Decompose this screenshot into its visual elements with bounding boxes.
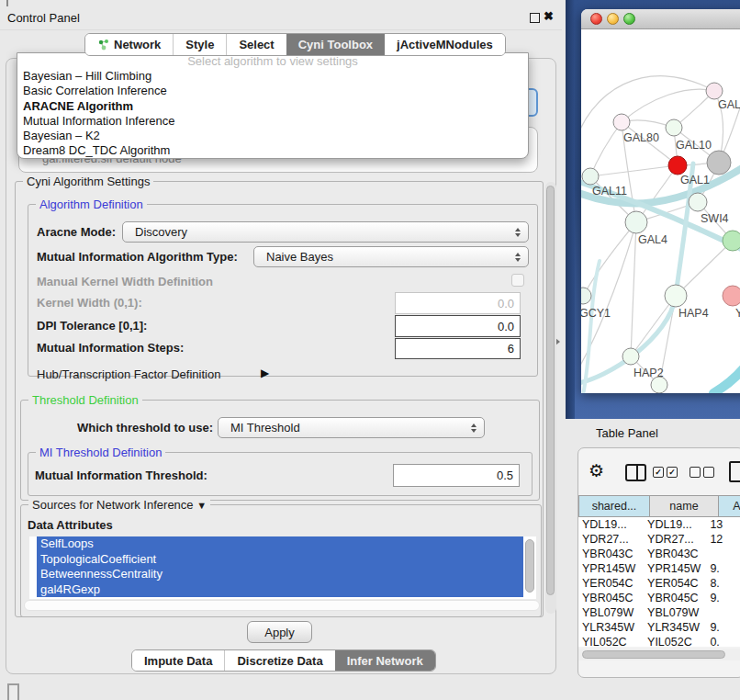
- network-node-gal1[interactable]: [668, 156, 687, 175]
- table-row[interactable]: YBL079WYBL079W: [578, 605, 740, 620]
- data-attributes-list[interactable]: SelfLoopsTopologicalCoefficientBetweenne…: [29, 536, 536, 599]
- horizontal-scrollbar[interactable]: [24, 600, 540, 611]
- tab-jactivemnodules[interactable]: jActiveMNodules: [385, 34, 505, 55]
- table-row[interactable]: YIL052CYIL052C0.: [578, 635, 740, 647]
- table-hscrollbar-thumb[interactable]: [582, 650, 725, 659]
- which-threshold-combo[interactable]: MI Threshold: [218, 417, 485, 438]
- node-label: SWI4: [701, 212, 729, 225]
- table-row[interactable]: YLR345WYLR345W9.: [578, 620, 740, 635]
- close-panel-icon[interactable]: ✖: [544, 9, 554, 23]
- table-cell: YDR27...: [578, 532, 644, 547]
- tab-impute-data[interactable]: Impute Data: [132, 650, 224, 672]
- hub-section-label[interactable]: Hub/Transcription Factor Definition: [37, 367, 220, 381]
- network-window-titlebar[interactable]: [581, 9, 740, 29]
- attribute-item[interactable]: BetweennessCentrality: [37, 567, 523, 582]
- select-all-checkbox-icon[interactable]: ✓: [653, 467, 664, 478]
- title-divider: [0, 29, 562, 30]
- mi-threshold-field[interactable]: 0.5: [393, 464, 520, 487]
- table-row[interactable]: YBR045CYBR045C9.: [578, 591, 740, 605]
- table-cell: 13: [706, 517, 740, 532]
- algorithm-option[interactable]: Bayesian – Hill Climbing: [17, 69, 528, 84]
- deselect-all-checkbox-icon[interactable]: [703, 467, 714, 478]
- table-row[interactable]: YPR145WYPR145W9.: [578, 561, 740, 576]
- network-node-hap2[interactable]: [622, 348, 639, 365]
- dpi-tolerance-field[interactable]: 0.0: [395, 315, 521, 337]
- float-panel-icon[interactable]: [530, 13, 540, 23]
- network-node[interactable]: [707, 151, 731, 175]
- network-edge[interactable]: [590, 165, 678, 176]
- network-node-gal11[interactable]: [582, 168, 599, 185]
- settings-scrollbar-thumb[interactable]: [546, 186, 555, 595]
- tab-infer-network[interactable]: Infer Network: [335, 650, 435, 672]
- table-row[interactable]: YDR27...YDR27...12: [578, 532, 740, 547]
- network-node-gal[interactable]: [706, 83, 723, 99]
- attribute-item[interactable]: gal4RGexp: [37, 582, 523, 598]
- select-all-checkbox-icon[interactable]: ✓: [667, 467, 678, 478]
- table-cell: YDL19...: [578, 517, 644, 532]
- algorithm-option[interactable]: Dream8 DC_TDC Algorithm: [17, 143, 528, 158]
- close-window-icon[interactable]: [590, 13, 602, 25]
- new-table-icon[interactable]: [729, 461, 740, 482]
- network-node[interactable]: [723, 231, 740, 251]
- table-cell: YBL079W: [578, 605, 644, 620]
- algorithm-option[interactable]: Mutual Information Inference: [17, 114, 528, 129]
- column-header[interactable]: A: [719, 495, 740, 517]
- tab-cyni-toolbox[interactable]: Cyni Toolbox: [286, 34, 385, 55]
- mi-steps-field[interactable]: 6: [395, 338, 521, 359]
- manual-kernel-width-checkbox[interactable]: [511, 274, 524, 287]
- zoom-window-icon[interactable]: [623, 13, 635, 25]
- network-node-gal10[interactable]: [666, 119, 682, 136]
- network-edge-highlighted[interactable]: [583, 261, 600, 393]
- panel-grip-icon[interactable]: [7, 683, 19, 700]
- tab-network[interactable]: Network: [85, 34, 173, 55]
- network-node-gcy1[interactable]: [581, 288, 591, 304]
- attributes-scrollbar-thumb[interactable]: [525, 539, 534, 593]
- mi-algorithm-type-combo[interactable]: Naive Bayes: [253, 246, 529, 267]
- network-edge[interactable]: [631, 222, 636, 356]
- algorithm-option[interactable]: ARACNE Algorithm: [17, 99, 528, 114]
- table-hscrollbar[interactable]: [578, 649, 740, 660]
- algorithm-option[interactable]: Bayesian – K2: [17, 129, 528, 143]
- network-edge[interactable]: [590, 122, 622, 176]
- node-label: HAP2: [633, 367, 664, 379]
- algorithm-option[interactable]: Basic Correlation Inference: [17, 84, 528, 98]
- minimize-window-icon[interactable]: [607, 13, 619, 25]
- network-node-gal80[interactable]: [613, 114, 630, 130]
- algorithm-dropdown-items: Bayesian – Hill ClimbingBasic Correlatio…: [17, 69, 528, 159]
- network-canvas[interactable]: GALGAL80GAL10GAL1GAL11GAL4SWI4GCY1HAP4YH…: [581, 29, 740, 393]
- network-edge[interactable]: [622, 89, 714, 122]
- split-columns-icon[interactable]: [625, 464, 646, 481]
- tab-select[interactable]: Select: [226, 34, 286, 55]
- mi-steps-label: Mutual Information Steps:: [37, 341, 184, 355]
- network-node-hap4[interactable]: [665, 285, 687, 307]
- manual-kernel-width-label: Manual Kernel Width Definition: [37, 275, 213, 288]
- table-cell: YBR043C: [644, 547, 706, 561]
- panel-title: Control Panel: [7, 11, 80, 25]
- attribute-item[interactable]: TopologicalCoefficient: [37, 552, 523, 568]
- which-threshold-value: MI Threshold: [230, 421, 300, 435]
- settings-scrollbar[interactable]: [545, 182, 556, 614]
- aracne-mode-combo[interactable]: Discovery: [122, 221, 529, 243]
- table-row[interactable]: YER054CYER054C8.: [578, 576, 740, 591]
- network-node-y[interactable]: [723, 286, 740, 306]
- network-node-swi4[interactable]: [689, 193, 707, 211]
- network-edge-highlighted[interactable]: [713, 364, 740, 393]
- hub-expand-arrow-icon[interactable]: ▶: [261, 367, 269, 379]
- table-cell: 12: [706, 532, 740, 547]
- tab-discretize-data[interactable]: Discretize Data: [224, 650, 334, 672]
- table-row[interactable]: YBR043CYBR043C: [578, 547, 740, 561]
- network-node-gal4[interactable]: [625, 211, 647, 233]
- column-header[interactable]: name: [650, 495, 719, 517]
- attribute-item[interactable]: SelfLoops: [37, 536, 523, 552]
- table-cell: YER054C: [578, 576, 644, 591]
- column-header[interactable]: shared...: [578, 495, 650, 517]
- table-row[interactable]: YDL19...YDL19...13: [578, 517, 740, 532]
- tab-style[interactable]: Style: [173, 34, 226, 55]
- settings-gear-icon[interactable]: ⚙: [589, 460, 604, 481]
- kernel-width-field[interactable]: 0.0: [395, 292, 521, 314]
- deselect-all-checkbox-icon[interactable]: [690, 467, 701, 478]
- network-edge[interactable]: [583, 222, 636, 296]
- desktop-left-shade: [566, 0, 575, 419]
- apply-button[interactable]: Apply: [247, 621, 312, 643]
- collapse-arrow-icon[interactable]: ▼: [196, 500, 207, 511]
